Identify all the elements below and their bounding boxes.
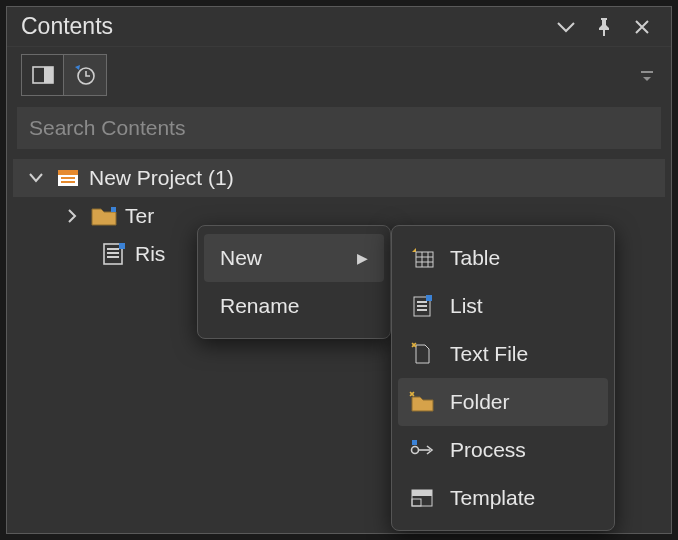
context-menu: New ▶ Rename [197, 225, 391, 339]
panel-title: Contents [21, 13, 547, 40]
template-icon [408, 485, 436, 511]
svg-rect-6 [58, 170, 78, 175]
svg-rect-20 [426, 295, 432, 301]
list-icon [101, 241, 127, 267]
tree-item-label: Ter [125, 204, 154, 228]
close-button[interactable] [623, 8, 661, 46]
menu-item-label: Process [450, 438, 526, 462]
svg-point-21 [413, 344, 416, 347]
search-input[interactable]: Search Contents [17, 107, 661, 149]
svg-rect-19 [417, 309, 427, 311]
close-icon [634, 19, 650, 35]
submenu-item-template[interactable]: Template [398, 474, 608, 522]
toolbar [7, 47, 671, 103]
titlebar: Contents [7, 7, 671, 47]
svg-rect-17 [417, 301, 427, 303]
submenu-new: Table List Text File Folder Process [391, 225, 615, 531]
tree-root-row[interactable]: New Project (1) [13, 159, 665, 197]
svg-rect-0 [603, 30, 605, 36]
svg-rect-27 [412, 499, 421, 506]
folder-icon [408, 389, 436, 415]
svg-rect-12 [107, 252, 119, 254]
chevron-down-icon [557, 21, 575, 33]
menu-item-label: Rename [220, 294, 299, 318]
svg-rect-18 [417, 305, 427, 307]
project-icon [55, 165, 81, 191]
toolbar-options-button[interactable] [633, 54, 661, 96]
collapse-button[interactable] [547, 8, 585, 46]
submenu-arrow-icon: ▶ [357, 250, 368, 266]
view-items-button[interactable] [22, 55, 64, 95]
svg-rect-8 [61, 181, 75, 183]
search-placeholder: Search Contents [29, 116, 185, 140]
menu-item-new[interactable]: New ▶ [204, 234, 384, 282]
options-icon [640, 68, 654, 82]
menu-item-label: Table [450, 246, 500, 270]
svg-rect-9 [111, 207, 116, 212]
svg-rect-13 [107, 256, 119, 258]
contents-panel: Contents [6, 6, 672, 534]
text-file-icon [408, 341, 436, 367]
chevron-down-icon[interactable] [25, 173, 47, 183]
menu-item-label: Folder [450, 390, 510, 414]
view-history-button[interactable] [64, 55, 106, 95]
submenu-item-process[interactable]: Process [398, 426, 608, 474]
svg-rect-24 [412, 440, 417, 445]
svg-rect-14 [119, 243, 125, 249]
menu-item-label: Text File [450, 342, 528, 366]
tree-root-label: New Project (1) [89, 166, 234, 190]
folder-icon [91, 203, 117, 229]
svg-rect-2 [44, 67, 53, 83]
svg-rect-4 [641, 71, 653, 73]
svg-rect-7 [61, 177, 75, 179]
view-toggle-group [21, 54, 107, 96]
svg-point-22 [411, 393, 414, 396]
tree-item-label: Ris [135, 242, 165, 266]
list-icon [408, 293, 436, 319]
menu-item-label: Template [450, 486, 535, 510]
menu-item-label: List [450, 294, 483, 318]
menu-item-label: New [220, 246, 262, 270]
submenu-item-folder[interactable]: Folder [398, 378, 608, 426]
pin-icon [595, 17, 613, 37]
pin-button[interactable] [585, 8, 623, 46]
submenu-item-text-file[interactable]: Text File [398, 330, 608, 378]
svg-rect-15 [416, 252, 433, 267]
svg-rect-26 [412, 490, 432, 496]
clock-icon [73, 63, 97, 87]
chevron-right-icon[interactable] [61, 209, 83, 223]
menu-item-rename[interactable]: Rename [204, 282, 384, 330]
table-icon [408, 245, 436, 271]
svg-rect-11 [107, 248, 119, 250]
process-icon [408, 437, 436, 463]
svg-point-23 [412, 447, 419, 454]
panel-icon [32, 64, 54, 86]
submenu-item-list[interactable]: List [398, 282, 608, 330]
submenu-item-table[interactable]: Table [398, 234, 608, 282]
